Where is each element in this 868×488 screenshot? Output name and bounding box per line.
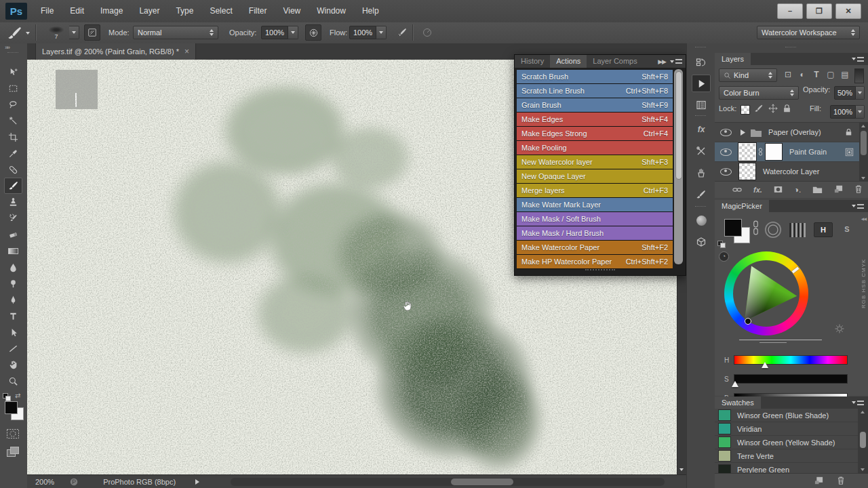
layer-opacity-value[interactable]: 50% <box>834 86 856 100</box>
tool-preset-picker[interactable] <box>7 25 23 44</box>
color-mode-side-text[interactable]: RGB HSB CMYK <box>861 227 867 308</box>
lock-pixels-icon[interactable] <box>754 104 764 113</box>
blur-tool[interactable] <box>4 259 22 275</box>
color-wheel[interactable] <box>724 251 808 336</box>
action-button[interactable]: Make Pooling <box>517 141 673 155</box>
tab-swatches[interactable]: Swatches <box>715 396 761 409</box>
menu-image[interactable]: Image <box>92 0 131 22</box>
lasso-tool[interactable] <box>4 96 22 113</box>
swatch-color[interactable] <box>718 423 731 434</box>
layer-thumbnail[interactable] <box>738 163 756 180</box>
clone-stamp-tool[interactable] <box>4 194 22 210</box>
panel-icon-kuler[interactable] <box>692 211 711 229</box>
filter-pixel-icon[interactable]: ⊡ <box>781 70 795 79</box>
scroll-down-arrow[interactable] <box>679 468 684 471</box>
mask-link-icon[interactable] <box>758 148 763 156</box>
menu-filter[interactable]: Filter <box>241 0 275 22</box>
color-ring-mode-icon[interactable] <box>765 222 781 238</box>
maximize-button[interactable]: ❐ <box>806 3 832 19</box>
action-button[interactable]: Make Edges StrongCtrl+F4 <box>517 127 673 141</box>
action-button[interactable]: Make Watercolor PaperShft+F2 <box>517 241 673 255</box>
adjustment-layer-icon[interactable]: ◑. <box>794 185 802 195</box>
gradient-tool[interactable] <box>4 243 22 259</box>
panel-icon-brush-presets[interactable] <box>692 164 711 182</box>
action-button[interactable]: Make Mask / Hard Brush <box>517 226 673 241</box>
resize-handle-line[interactable] <box>760 342 787 343</box>
crop-tool[interactable] <box>4 129 22 145</box>
eraser-tool[interactable] <box>4 226 22 243</box>
panel-icon-3d[interactable] <box>692 233 711 251</box>
menu-type[interactable]: Type <box>167 0 201 22</box>
filter-adjustment-icon[interactable]: ◐ <box>795 70 809 79</box>
action-button[interactable]: Make Mask / Soft Brush <box>517 212 673 226</box>
panels-gripper[interactable] <box>785 47 796 49</box>
menu-window[interactable]: Window <box>309 0 354 22</box>
visibility-eye-icon[interactable] <box>720 168 732 176</box>
hue-slider[interactable] <box>734 355 848 365</box>
menu-layer[interactable]: Layer <box>131 0 167 22</box>
zoom-level[interactable]: 200% <box>35 478 54 486</box>
document-tab[interactable]: Layers.tif @ 200% (Paint Grain, RGB/8) *… <box>35 43 196 60</box>
opacity-value[interactable]: 100% <box>261 26 288 39</box>
tab-layers[interactable]: Layers <box>715 53 751 65</box>
menu-view[interactable]: View <box>275 0 309 22</box>
marquee-tool[interactable] <box>4 80 22 96</box>
dock-gripper[interactable] <box>695 206 706 208</box>
color-profile[interactable]: ProPhoto RGB (8bpc) <box>103 478 176 486</box>
hue-slider-marker[interactable] <box>762 362 768 368</box>
layer-style-icon[interactable]: fx. <box>753 186 762 194</box>
collapse-panel-icon[interactable]: ◀◀ <box>861 216 866 221</box>
panel-icon-brush[interactable] <box>692 186 711 203</box>
airbrush-button[interactable] <box>395 24 411 41</box>
menu-select[interactable]: Select <box>201 0 240 22</box>
pen-tool[interactable] <box>4 291 22 308</box>
layer-opacity-arrow[interactable] <box>856 86 865 100</box>
swatches-scroll-thumb[interactable] <box>860 432 866 448</box>
hue-mode-button[interactable]: H <box>814 222 833 237</box>
hand-tool[interactable] <box>4 357 22 373</box>
visibility-eye-icon[interactable] <box>720 129 732 136</box>
scroll-up-arrow[interactable] <box>861 411 865 413</box>
layer-mask-thumbnail[interactable] <box>765 143 783 161</box>
default-colors-icon[interactable] <box>3 393 9 399</box>
new-group-icon[interactable] <box>812 184 823 196</box>
document-close-icon[interactable]: × <box>184 47 189 56</box>
eyedropper-tool[interactable] <box>4 145 22 161</box>
flow-value[interactable]: 100% <box>349 26 376 39</box>
brush-preset-picker[interactable]: 7 <box>43 24 69 41</box>
layers-panel-menu-icon[interactable] <box>852 57 864 62</box>
expand-panel-icon[interactable]: ▶▶ <box>658 58 666 65</box>
filter-type-icon[interactable]: T <box>810 70 823 79</box>
mode-select[interactable]: Normal <box>133 26 218 39</box>
panel-icon-history[interactable] <box>692 54 711 72</box>
action-button[interactable]: Grain BrushShft+F9 <box>517 98 673 113</box>
eyedropper-target-icon[interactable]: ◔ <box>719 251 729 262</box>
saturation-slider-marker[interactable] <box>732 381 738 387</box>
magic-wand-tool[interactable] <box>4 113 22 129</box>
canvas-horizontal-scrollbar[interactable] <box>231 478 665 486</box>
expand-group-icon[interactable] <box>740 129 746 136</box>
lock-all-icon[interactable] <box>783 104 791 113</box>
delete-layer-icon[interactable] <box>854 184 863 196</box>
layer-row-paper[interactable]: Paper (Overlay) <box>715 123 859 142</box>
menu-help[interactable]: Help <box>354 0 387 22</box>
swatch-row[interactable]: Terre Verte <box>715 449 858 463</box>
swatch-row[interactable]: Winsor Green (Blue Shade) <box>715 409 858 422</box>
layer-row-watercolor[interactable]: Watercolor Layer <box>715 162 859 182</box>
action-button[interactable]: Make EdgesShft+F4 <box>517 113 673 127</box>
actions-scrollbar[interactable] <box>674 69 683 264</box>
toggle-brush-panel-button[interactable] <box>84 24 100 41</box>
move-tool[interactable] <box>4 64 22 80</box>
swatch-color[interactable] <box>718 436 731 448</box>
magicpicker-menu-icon[interactable] <box>852 204 864 209</box>
new-layer-icon[interactable] <box>834 184 843 196</box>
panel-icon-actions[interactable] <box>692 75 711 92</box>
panel-icon-tool-presets[interactable] <box>692 142 711 160</box>
dock-gripper[interactable] <box>695 115 706 117</box>
path-selection-tool[interactable] <box>4 324 22 340</box>
layers-scroll-thumb[interactable] <box>861 131 867 155</box>
scroll-down-arrow[interactable] <box>861 468 865 471</box>
kind-filter-select[interactable]: Kind <box>719 68 777 82</box>
gear-icon[interactable] <box>834 323 845 334</box>
new-swatch-icon[interactable] <box>814 475 823 487</box>
